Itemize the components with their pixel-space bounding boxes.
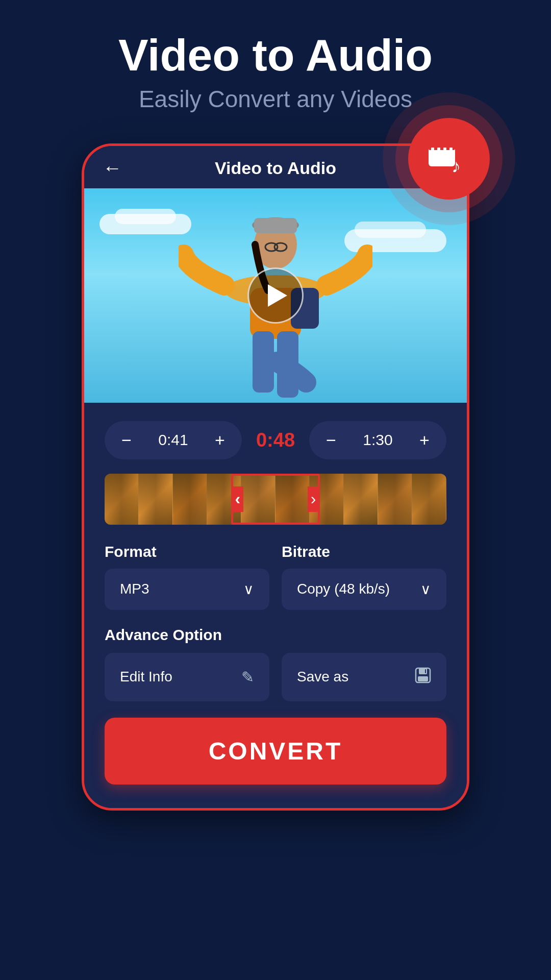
right-time-pill: − 1:30 + xyxy=(309,421,446,459)
app-icon-svg: ♪ xyxy=(426,136,472,182)
format-dropdown-arrow: ∨ xyxy=(243,581,254,598)
timeline-frame-8 xyxy=(344,474,378,525)
video-thumbnail xyxy=(84,188,467,403)
bitrate-value: Copy (48 kb/s) xyxy=(297,581,390,597)
svg-rect-2 xyxy=(431,148,434,151)
left-minus-button[interactable]: − xyxy=(119,430,134,450)
svg-rect-4 xyxy=(443,148,446,151)
left-time-value: 0:41 xyxy=(144,431,202,449)
play-triangle-icon xyxy=(268,284,287,307)
bitrate-dropdown[interactable]: Copy (48 kb/s) ∨ xyxy=(282,569,446,610)
timeline-selected-region[interactable] xyxy=(231,474,320,525)
phone-frame: ← Video to Audio xyxy=(82,143,469,811)
bitrate-col: Bitrate Copy (48 kb/s) ∨ xyxy=(282,543,446,610)
save-as-button[interactable]: Save as xyxy=(282,653,446,701)
cloud-2 xyxy=(115,209,176,224)
timeline-frame-1 xyxy=(105,474,139,525)
time-controls: − 0:41 + 0:48 − 1:30 + xyxy=(105,421,446,459)
svg-rect-13 xyxy=(254,218,297,233)
timeline-frame-2 xyxy=(139,474,173,525)
bitrate-dropdown-arrow: ∨ xyxy=(420,581,431,598)
timeline-frame-9 xyxy=(378,474,412,525)
timeline-strip[interactable] xyxy=(105,474,446,525)
phone-wrapper: ♪ ← Video to Audio xyxy=(82,143,469,811)
back-button[interactable]: ← xyxy=(103,157,122,179)
save-as-label: Save as xyxy=(297,669,348,685)
right-plus-button[interactable]: + xyxy=(417,430,432,450)
edit-info-label: Edit Info xyxy=(120,669,172,685)
timeline-frame-10 xyxy=(412,474,446,525)
edit-icon: ✎ xyxy=(241,668,254,686)
svg-rect-19 xyxy=(418,676,428,681)
format-col: Format MP3 ∨ xyxy=(105,543,269,610)
play-button[interactable] xyxy=(247,267,304,324)
convert-button-label: CONVERT xyxy=(124,737,427,765)
settings-row: Format MP3 ∨ Bitrate Copy (48 kb/s) ∨ xyxy=(105,543,446,610)
left-plus-button[interactable]: + xyxy=(212,430,228,450)
page-header: Video to Audio Easily Convert any Videos xyxy=(118,0,433,113)
convert-button[interactable]: CONVERT xyxy=(105,718,446,785)
content-area: − 0:41 + 0:48 − 1:30 + xyxy=(84,403,467,808)
svg-rect-20 xyxy=(425,669,426,673)
save-icon xyxy=(415,667,431,687)
format-label: Format xyxy=(105,543,269,560)
timeline-frame-3 xyxy=(173,474,207,525)
right-minus-button[interactable]: − xyxy=(323,430,339,450)
left-time-pill: − 0:41 + xyxy=(105,421,242,459)
right-time-value: 1:30 xyxy=(349,431,407,449)
page-subtitle: Easily Convert any Videos xyxy=(118,85,433,113)
svg-rect-5 xyxy=(449,148,453,151)
format-dropdown[interactable]: MP3 ∨ xyxy=(105,569,269,610)
advance-option-label: Advance Option xyxy=(105,626,446,644)
app-header-title: Video to Audio xyxy=(215,158,336,178)
page-title: Video to Audio xyxy=(118,31,433,80)
bitrate-label: Bitrate xyxy=(282,543,446,560)
advance-buttons-row: Edit Info ✎ Save as xyxy=(105,653,446,701)
format-value: MP3 xyxy=(120,581,149,597)
svg-text:♪: ♪ xyxy=(452,156,461,177)
edit-info-button[interactable]: Edit Info ✎ xyxy=(105,653,269,701)
app-icon-badge: ♪ xyxy=(408,118,490,200)
svg-rect-3 xyxy=(437,148,440,151)
center-time-value: 0:48 xyxy=(250,429,301,451)
